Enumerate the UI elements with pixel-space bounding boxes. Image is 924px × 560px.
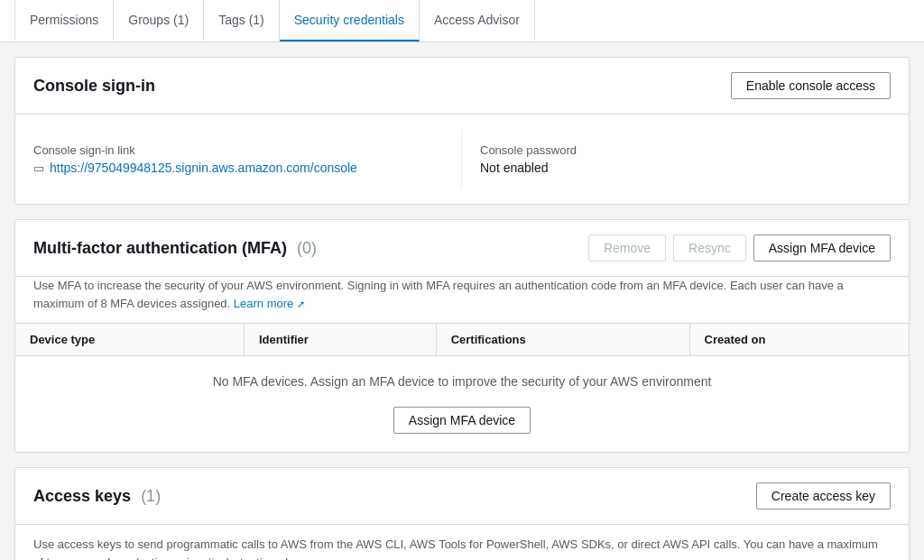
console-password-label: Console password bbox=[480, 143, 891, 157]
access-keys-title: Access keys (1) bbox=[33, 487, 161, 506]
console-password-value: Not enabled bbox=[480, 161, 891, 175]
create-access-key-button[interactable]: Create access key bbox=[756, 482, 891, 510]
mfa-table-body: No MFA devices. Assign an MFA device to … bbox=[15, 356, 909, 453]
mfa-assign-mfa-button[interactable]: Assign MFA device bbox=[393, 407, 531, 434]
col-certifications: Certifications bbox=[436, 324, 689, 356]
mfa-header: Multi-factor authentication (MFA) (0) Re… bbox=[15, 220, 909, 277]
signin-link-url[interactable]: https://975049948125.signin.aws.amazon.c… bbox=[50, 161, 357, 175]
mfa-title: Multi-factor authentication (MFA) (0) bbox=[33, 239, 317, 258]
mfa-table: Device type Identifier Certifications Cr… bbox=[15, 324, 909, 452]
external-link-icon: ➚ bbox=[297, 297, 305, 312]
console-signin-card: Console sign-in Enable console access Co… bbox=[14, 57, 910, 205]
mfa-count: (0) bbox=[297, 239, 317, 257]
mfa-table-head: Device type Identifier Certifications Cr… bbox=[15, 324, 909, 356]
access-keys-header: Access keys (1) Create access key bbox=[15, 468, 909, 525]
external-link-icon-access: ➚ bbox=[348, 555, 356, 560]
col-device-type: Device type bbox=[15, 324, 244, 356]
mfa-card: Multi-factor authentication (MFA) (0) Re… bbox=[14, 219, 910, 453]
tab-tags[interactable]: Tags (1) bbox=[204, 0, 280, 41]
mfa-resync-button[interactable]: Resync bbox=[673, 234, 746, 262]
console-signin-body: Console sign-in link ▭ https://975049948… bbox=[15, 115, 909, 204]
tab-security-credentials[interactable]: Security credentials bbox=[280, 0, 420, 41]
access-keys-learn-more-link[interactable]: Learn more ➚ bbox=[285, 555, 356, 561]
console-signin-title: Console sign-in bbox=[33, 77, 155, 96]
mfa-remove-button[interactable]: Remove bbox=[588, 234, 666, 262]
tab-access-advisor[interactable]: Access Advisor bbox=[420, 0, 535, 41]
mfa-learn-more-link[interactable]: Learn more ➚ bbox=[234, 297, 305, 310]
console-signin-header: Console sign-in Enable console access bbox=[15, 58, 909, 115]
tab-bar: Permissions Groups (1) Tags (1) Security… bbox=[0, 0, 924, 42]
access-keys-description: Use access keys to send programmatic cal… bbox=[15, 525, 909, 560]
mfa-empty-message: No MFA devices. Assign an MFA device to … bbox=[15, 356, 909, 397]
enable-console-access-button[interactable]: Enable console access bbox=[731, 72, 891, 99]
mfa-description: Use MFA to increase the security of your… bbox=[15, 277, 909, 323]
mfa-assign-button[interactable]: Assign MFA device bbox=[753, 234, 891, 262]
signin-link-col: Console sign-in link ▭ https://975049948… bbox=[33, 129, 462, 189]
tab-groups[interactable]: Groups (1) bbox=[114, 0, 204, 41]
mfa-empty-row: No MFA devices. Assign an MFA device to … bbox=[15, 356, 909, 397]
signin-link-label: Console sign-in link bbox=[33, 143, 443, 157]
col-created-on: Created on bbox=[689, 324, 909, 356]
mfa-empty-actions: Assign MFA device bbox=[15, 396, 909, 452]
col-identifier: Identifier bbox=[244, 324, 436, 356]
copy-icon[interactable]: ▭ bbox=[33, 161, 44, 175]
console-password-col: Console password Not enabled bbox=[462, 129, 891, 189]
access-keys-card: Access keys (1) Create access key Use ac… bbox=[14, 467, 910, 560]
tab-permissions[interactable]: Permissions bbox=[14, 0, 114, 41]
mfa-btn-group: Remove Resync Assign MFA device bbox=[588, 234, 891, 262]
signin-link-value: ▭ https://975049948125.signin.aws.amazon… bbox=[33, 161, 443, 175]
mfa-table-container: Device type Identifier Certifications Cr… bbox=[15, 323, 909, 452]
access-keys-count: (1) bbox=[141, 487, 161, 505]
